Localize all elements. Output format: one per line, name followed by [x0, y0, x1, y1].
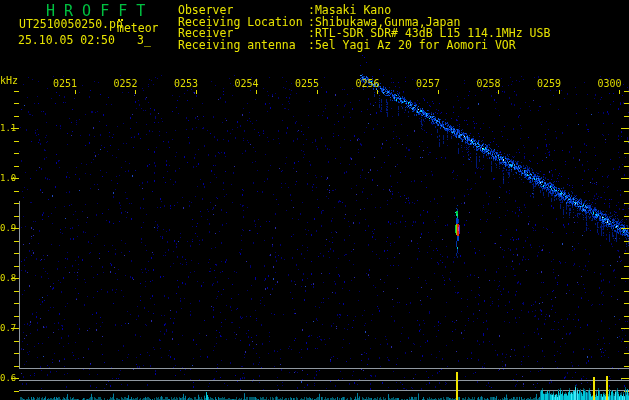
time-tick-label: 0254	[235, 79, 259, 89]
freq-tick-label: 0.8	[0, 273, 15, 283]
field-value-receiving-antenna: :5el Yagi Az 20 for Aomori VOR	[308, 40, 516, 51]
freq-tick-label: 1.0	[0, 173, 15, 183]
time-tick-label: 0257	[416, 79, 440, 89]
echo-count: 3_	[137, 35, 151, 46]
time-tick-label: 0255	[295, 79, 319, 89]
time-tick-label: 0253	[174, 79, 198, 89]
freq-tick-label: 0.7	[0, 323, 15, 333]
field-label-receiving-antenna: Receiving antenna	[178, 40, 296, 51]
time-tick-label: 0252	[114, 79, 138, 89]
time-tick-label: 0259	[537, 79, 561, 89]
freq-tick-label: 0.9	[0, 223, 15, 233]
freq-tick-label: 1.1	[0, 123, 15, 133]
time-tick-label: 0251	[53, 79, 77, 89]
observation-timestamp: 25.10.05 02:50	[18, 35, 115, 46]
time-tick-label: 0258	[477, 79, 501, 89]
hrofft-spectrogram-screen: H R O F F T UT2510050250.pn meteor 25.10…	[0, 0, 629, 400]
output-filename: UT2510050250.pn	[19, 19, 123, 30]
y-axis-unit-label: kHz	[0, 76, 18, 86]
spectrogram-canvas	[0, 0, 629, 400]
freq-tick-label: 0.6	[0, 373, 15, 383]
app-title: H R O F F T	[46, 4, 145, 18]
time-tick-label: 0300	[598, 79, 622, 89]
time-tick-label: 0256	[356, 79, 380, 89]
